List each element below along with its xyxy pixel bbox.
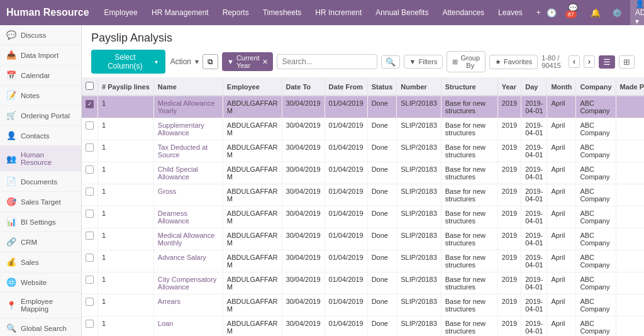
sidebar-item-discuss[interactable]: 💬 Discuss [0, 25, 81, 45]
menu-timesheets[interactable]: Timesheets [260, 7, 304, 18]
row-date-from: 01/04/2019 [325, 228, 367, 250]
sidebar-item-bi-settings[interactable]: 📊 BI Settings [0, 212, 81, 232]
prev-page-button[interactable]: ‹ [569, 55, 580, 68]
row-company: ABC Company [576, 250, 616, 272]
sidebar-item-employee-mapping[interactable]: 📍 Employee Mapping [0, 293, 81, 318]
row-made-payment[interactable] [616, 96, 644, 118]
row-company: ABC Company [576, 294, 616, 316]
row-name[interactable]: Loan [153, 316, 223, 337]
row-made-payment[interactable] [616, 316, 644, 337]
row-select-cell[interactable] [82, 206, 98, 228]
menu-employee[interactable]: Employee [102, 7, 140, 18]
sidebar-item-calendar[interactable]: 📅 Calendar [0, 65, 81, 86]
sidebar-item-ordering-portal[interactable]: 🛒 Ordering Portal [0, 106, 81, 126]
sidebar-item-crm[interactable]: 🔗 CRM [0, 232, 81, 252]
sidebar-label-employee-mapping: Employee Mapping [21, 298, 75, 313]
row-status: Done [367, 140, 397, 162]
row-checkbox-checked: ✓ [86, 100, 94, 108]
menu-reports[interactable]: Reports [220, 7, 252, 18]
toolbar-right: Action ▾ ⧉ ▼ Current Year ✕ 🔍 ▼ Filters [170, 51, 635, 72]
row-made-payment[interactable] [616, 206, 644, 228]
sidebar-item-sales[interactable]: 💰 Sales [0, 252, 81, 272]
row-year: 2019 [497, 206, 521, 228]
clock-icon[interactable]: 🕐 [543, 6, 560, 20]
row-company: ABC Company [576, 228, 616, 250]
row-name[interactable]: Child Special Allowance [153, 162, 223, 184]
row-name[interactable]: Medical Allowance Yearly [153, 96, 223, 118]
menu-leaves[interactable]: Leaves [496, 7, 525, 18]
col-checkbox[interactable] [82, 78, 98, 96]
sidebar-item-sales-target[interactable]: 🎯 Sales Target [0, 192, 81, 212]
row-select-cell[interactable]: ✓ [82, 96, 98, 118]
row-made-payment[interactable] [616, 228, 644, 250]
favorites-button[interactable]: ★ Favorites [489, 55, 538, 69]
row-name[interactable]: Advance Salary [153, 250, 223, 272]
row-made-payment[interactable] [616, 272, 644, 294]
sidebar-item-data-import[interactable]: 📥 Data Import [0, 45, 81, 65]
bi-settings-icon: 📊 [6, 217, 16, 227]
row-select-cell[interactable] [82, 140, 98, 162]
sidebar-item-global-search[interactable]: 🔍 Global Search [0, 318, 81, 336]
grid-view-button[interactable]: ⊞ [619, 55, 635, 69]
menu-hr-management[interactable]: HR Management [149, 7, 211, 18]
row-structure: Base for new structures [441, 272, 497, 294]
row-name[interactable]: Supplementary Allowance [153, 118, 223, 140]
menu-attendances[interactable]: Attendances [440, 7, 487, 18]
filter-tag-close[interactable]: ✕ [262, 58, 268, 66]
row-select-cell[interactable] [82, 294, 98, 316]
search-button[interactable]: 🔍 [381, 55, 400, 69]
next-page-button[interactable]: › [584, 55, 595, 68]
list-view-button[interactable]: ☰ [599, 55, 615, 69]
row-select-cell[interactable] [82, 184, 98, 206]
row-year: 2019 [497, 118, 521, 140]
row-structure: Base for new structures [441, 184, 497, 206]
col-month: Month [547, 78, 576, 96]
select-all-checkbox[interactable] [86, 82, 94, 90]
row-year: 2019 [497, 162, 521, 184]
row-name[interactable]: Dearness Allowance [153, 206, 223, 228]
crm-icon: 🔗 [6, 237, 16, 247]
row-made-payment[interactable] [616, 162, 644, 184]
row-select-cell[interactable] [82, 118, 98, 140]
sidebar-item-notes[interactable]: 📝 Notes [0, 86, 81, 106]
group-by-icon: ⊞ [452, 58, 458, 66]
filters-button[interactable]: ▼ Filters [404, 55, 443, 69]
sidebar-item-documents[interactable]: 📄 Documents [0, 172, 81, 192]
menu-hr-increment[interactable]: HR Increment [313, 7, 364, 18]
sidebar-item-website[interactable]: 🌐 Website [0, 272, 81, 293]
row-select-cell[interactable] [82, 162, 98, 184]
row-date-to: 30/04/2019 [282, 118, 325, 140]
settings-icon[interactable]: ⚙️ [609, 6, 625, 20]
row-select-cell[interactable] [82, 228, 98, 250]
menu-annual-benefits[interactable]: Annual Benefits [373, 7, 431, 18]
search-input[interactable] [277, 54, 377, 69]
row-year: 2019 [497, 316, 521, 337]
copy-button[interactable]: ⧉ [203, 54, 218, 69]
group-by-button[interactable]: ⊞ Group By [447, 51, 486, 72]
row-day: 2019-04-01 [521, 316, 547, 337]
row-made-payment[interactable] [616, 250, 644, 272]
select-columns-button[interactable]: Select Column(s) ▾ [91, 50, 165, 74]
sidebar-label-sales-target: Sales Target [21, 198, 61, 206]
row-name[interactable]: Tax Deducted at Source [153, 140, 223, 162]
row-made-payment[interactable] [616, 184, 644, 206]
row-name[interactable]: City Compensatory Allowance [153, 272, 223, 294]
menu-add[interactable]: + [534, 7, 543, 18]
row-select-cell[interactable] [82, 250, 98, 272]
row-day: 2019-04-01 [521, 250, 547, 272]
row-select-cell[interactable] [82, 272, 98, 294]
admin-button[interactable]: 👤 ADMINISTRATOR ▾ [630, 0, 644, 28]
row-made-payment[interactable] [616, 294, 644, 316]
row-made-payment[interactable] [616, 140, 644, 162]
bell-icon[interactable]: 🔔 [587, 6, 604, 20]
row-made-payment[interactable] [616, 118, 644, 140]
sidebar-item-contacts[interactable]: 👤 Contacts [0, 126, 81, 146]
row-structure: Base for new structures [441, 140, 497, 162]
chat-icon[interactable]: 💬87 [565, 1, 582, 24]
row-name[interactable]: Arrears [153, 294, 223, 316]
row-name[interactable]: Gross [153, 184, 223, 206]
sidebar-label-global-search: Global Search [21, 325, 67, 332]
sidebar-item-human-resource[interactable]: 👥 Human Resource [0, 146, 81, 172]
row-select-cell[interactable] [82, 316, 98, 337]
row-name[interactable]: Medical Allowance Monthly [153, 228, 223, 250]
